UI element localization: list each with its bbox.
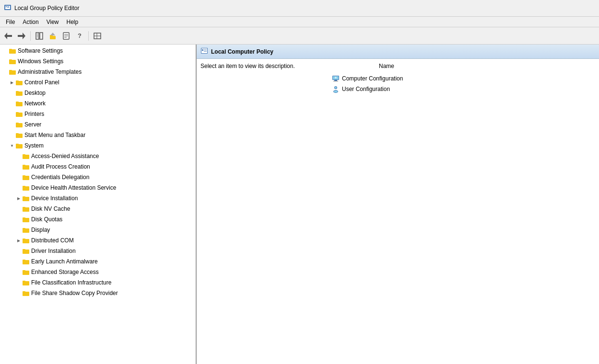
svg-rect-8 <box>40 33 43 39</box>
folder-icon-start-menu-taskbar <box>15 131 23 139</box>
tree-item-administrative-templates[interactable]: Administrative Templates <box>0 67 196 77</box>
expander-device-installation[interactable]: ▶ <box>15 195 22 202</box>
folder-icon-desktop <box>15 89 23 97</box>
view-button[interactable] <box>91 30 104 42</box>
expander-credentials-delegation <box>15 174 22 181</box>
tree-item-start-menu-taskbar[interactable]: Start Menu and Taskbar <box>0 130 196 140</box>
expander-start-menu-taskbar <box>9 132 15 138</box>
expander-distributed-com[interactable]: ▶ <box>15 237 22 244</box>
folder-icon-enhanced-storage <box>22 268 30 276</box>
tree-item-disk-quotas[interactable]: Disk Quotas <box>0 214 196 225</box>
app-icon <box>4 4 12 13</box>
up-button[interactable] <box>47 30 59 42</box>
svg-rect-37 <box>16 123 19 124</box>
menu-view[interactable]: View <box>43 18 63 26</box>
tree-item-early-launch[interactable]: Early Launch Antimalware <box>0 256 196 267</box>
svg-rect-2 <box>6 6 7 7</box>
tree-label-system: System <box>24 142 44 149</box>
svg-rect-49 <box>23 186 25 187</box>
folder-icon-disk-quotas <box>22 216 30 223</box>
expander-software-settings <box>2 47 9 54</box>
properties-button[interactable] <box>60 30 72 42</box>
menu-help[interactable]: Help <box>63 18 82 26</box>
toolbar-separator-1 <box>30 31 31 41</box>
expander-access-denied <box>15 153 22 159</box>
tree-label-control-panel: Control Panel <box>24 79 59 86</box>
tree-item-network[interactable]: Network <box>0 98 196 109</box>
tree-panel[interactable]: Software Settings Windows Settings Admin… <box>0 45 197 364</box>
folder-icon-access-denied <box>22 152 30 160</box>
tree-label-software-settings: Software Settings <box>18 47 63 54</box>
tree-label-windows-settings: Windows Settings <box>18 58 63 65</box>
help-button[interactable]: ? <box>73 30 86 42</box>
svg-rect-12 <box>50 36 56 39</box>
menu-action[interactable]: Action <box>19 18 42 26</box>
tree-label-credentials-delegation: Credentials Delegation <box>31 174 89 181</box>
name-column-header: Name <box>379 63 394 69</box>
tree-item-device-installation[interactable]: ▶ Device Installation <box>0 193 196 204</box>
tree-item-device-health[interactable]: Device Health Attestation Service <box>0 182 196 193</box>
tree-label-server: Server <box>24 121 41 128</box>
folder-icon-audit-process <box>22 163 30 171</box>
svg-rect-25 <box>9 59 12 61</box>
tree-item-file-classification[interactable]: File Classification Infrastructure <box>0 277 196 288</box>
svg-rect-77 <box>334 80 337 81</box>
folder-icon-device-health <box>22 184 30 192</box>
tree-label-desktop: Desktop <box>24 90 46 96</box>
tree-item-driver-installation[interactable]: Driver Installation <box>0 246 196 256</box>
expander-desktop <box>9 90 15 96</box>
expander-system[interactable]: ▼ <box>9 142 15 149</box>
tree-label-display: Display <box>31 227 50 233</box>
svg-point-82 <box>335 87 337 89</box>
tree-item-enhanced-storage[interactable]: Enhanced Storage Access <box>0 267 196 277</box>
tree-label-device-installation: Device Installation <box>31 195 78 202</box>
expander-file-classification <box>15 279 22 286</box>
folder-icon-device-installation <box>22 194 30 202</box>
tree-item-access-denied[interactable]: Access-Denied Assistance <box>0 151 196 161</box>
folder-icon-windows-settings <box>9 57 16 65</box>
tree-item-audit-process[interactable]: Audit Process Creation <box>0 161 196 172</box>
expander-administrative-templates <box>2 68 9 75</box>
folder-icon-distributed-com <box>22 237 30 244</box>
svg-rect-45 <box>23 165 25 166</box>
tree-item-display[interactable]: Display <box>0 225 196 235</box>
expander-windows-settings <box>2 58 9 65</box>
folder-icon-software-settings <box>9 47 16 55</box>
expander-control-panel[interactable]: ▶ <box>9 79 15 86</box>
svg-rect-41 <box>16 144 19 145</box>
svg-rect-39 <box>16 133 19 135</box>
forward-button[interactable] <box>15 30 28 42</box>
tree-item-disk-nv-cache[interactable]: Disk NV Cache <box>0 204 196 214</box>
expander-file-share-shadow <box>15 290 22 296</box>
tree-item-desktop[interactable]: Desktop <box>0 88 196 98</box>
expander-server <box>9 121 15 128</box>
folder-icon-file-share-shadow <box>22 289 30 297</box>
description-text: Select an item to view its description. <box>200 63 595 69</box>
tree-item-file-share-shadow[interactable]: File Share Shadow Copy Provider <box>0 288 196 298</box>
svg-rect-47 <box>23 175 25 177</box>
folder-icon-disk-nv-cache <box>22 205 30 213</box>
right-content: Select an item to view its description. … <box>197 59 599 364</box>
svg-rect-23 <box>9 49 12 50</box>
tree-item-distributed-com[interactable]: ▶ Distributed COM <box>0 235 196 246</box>
menu-file[interactable]: File <box>2 18 19 26</box>
tree-item-control-panel[interactable]: ▶ Control Panel <box>0 77 196 88</box>
expander-audit-process <box>15 163 22 170</box>
svg-rect-55 <box>23 217 25 219</box>
tree-item-server[interactable]: Server <box>0 119 196 130</box>
tree-item-software-settings[interactable]: Software Settings <box>0 46 196 56</box>
folder-icon-administrative-templates <box>9 68 16 76</box>
tree-item-system[interactable]: ▼ System <box>0 140 196 151</box>
svg-marker-5 <box>4 33 12 39</box>
svg-rect-7 <box>36 33 39 39</box>
back-button[interactable] <box>2 30 14 42</box>
tree-item-windows-settings[interactable]: Windows Settings <box>0 56 196 67</box>
toolbar-separator-2 <box>88 31 89 41</box>
svg-rect-69 <box>23 291 25 293</box>
tree-item-printers[interactable]: Printers <box>0 109 196 119</box>
show-hide-tree-button[interactable] <box>33 30 46 42</box>
config-item-computer-config[interactable]: Computer Configuration <box>330 73 595 84</box>
tree-item-credentials-delegation[interactable]: Credentials Delegation <box>0 172 196 182</box>
svg-rect-65 <box>23 270 25 272</box>
config-item-user-config[interactable]: User Configuration <box>330 84 595 94</box>
